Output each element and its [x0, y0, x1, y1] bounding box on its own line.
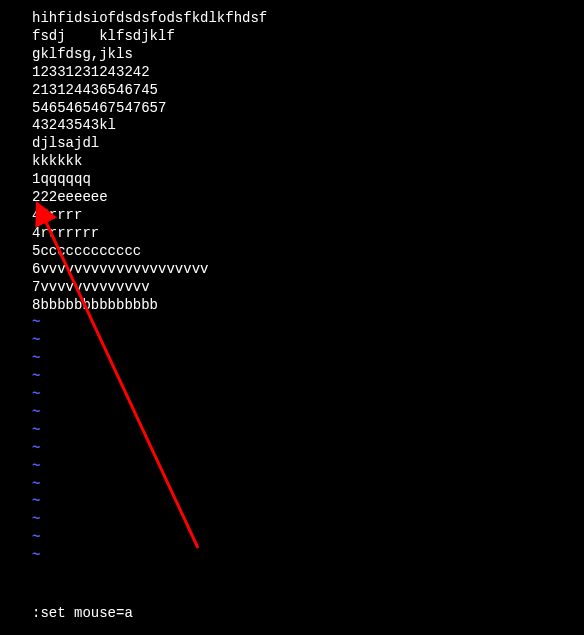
buffer-line[interactable]: 6vvvvvvvvvvvvvvvvvvvv: [32, 261, 584, 279]
buffer-line[interactable]: 5cccccccccccc: [32, 243, 584, 261]
buffer-line[interactable]: 43rrrr: [32, 207, 584, 225]
empty-lines: ~~~~~~~~~~~~~~: [32, 314, 584, 565]
buffer-content[interactable]: hihfidsiofdsdsfodsfkdlkfhdsffsdj klfsdjk…: [32, 10, 584, 314]
tilde-line: ~: [32, 368, 584, 386]
tilde-line: ~: [32, 332, 584, 350]
buffer-line[interactable]: 4rrrrrrr: [32, 225, 584, 243]
command-line[interactable]: :set mouse=a: [32, 605, 133, 623]
tilde-line: ~: [32, 422, 584, 440]
buffer-line[interactable]: gklfdsg,jkls: [32, 46, 584, 64]
tilde-line: ~: [32, 493, 584, 511]
buffer-line[interactable]: 1qqqqqq: [32, 171, 584, 189]
terminal-editor[interactable]: hihfidsiofdsdsfodsfkdlkfhdsffsdj klfsdjk…: [0, 0, 584, 635]
buffer-line[interactable]: 222eeeeee: [32, 189, 584, 207]
tilde-line: ~: [32, 350, 584, 368]
buffer-line[interactable]: 8bbbbbbbbbbbbbb: [32, 297, 584, 315]
tilde-line: ~: [32, 511, 584, 529]
tilde-line: ~: [32, 529, 584, 547]
buffer-line[interactable]: hihfidsiofdsdsfodsfkdlkfhdsf: [32, 10, 584, 28]
buffer-line[interactable]: 5465465467547657: [32, 100, 584, 118]
buffer-line[interactable]: kkkkkk: [32, 153, 584, 171]
buffer-line[interactable]: 7vvvvvvvvvvvvv: [32, 279, 584, 297]
tilde-line: ~: [32, 458, 584, 476]
tilde-line: ~: [32, 404, 584, 422]
buffer-line[interactable]: 213124436546745: [32, 82, 584, 100]
tilde-line: ~: [32, 547, 584, 565]
buffer-line[interactable]: djlsajdl: [32, 135, 584, 153]
tilde-line: ~: [32, 386, 584, 404]
tilde-line: ~: [32, 440, 584, 458]
buffer-line[interactable]: 12331231243242: [32, 64, 584, 82]
tilde-line: ~: [32, 314, 584, 332]
buffer-line[interactable]: fsdj klfsdjklf: [32, 28, 584, 46]
buffer-line[interactable]: 43243543kl: [32, 117, 584, 135]
tilde-line: ~: [32, 476, 584, 494]
